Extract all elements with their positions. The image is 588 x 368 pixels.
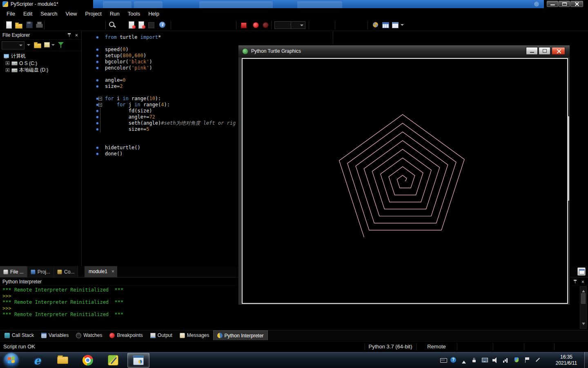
start-button[interactable] [4,353,19,368]
help-icon[interactable] [450,357,457,364]
print-icon[interactable] [35,21,43,29]
panel-tab-co[interactable]: Co... [54,266,78,277]
tree-item-d[interactable]: 本地磁盘 (D:) [0,67,81,74]
code-text[interactable]: bgcolor('black') [105,59,152,65]
tab-close-icon[interactable]: × [111,266,114,277]
editor-tab-module1[interactable]: module1 × [85,266,117,277]
line-marker-dot[interactable] [96,54,99,57]
history-dropdown-icon[interactable] [25,41,32,49]
line-marker-dot[interactable] [96,36,99,39]
engine-combo[interactable] [291,21,305,29]
view-dropdown[interactable] [43,41,56,49]
code-text[interactable]: angle+=72 [105,114,155,120]
taskbar-chrome-button[interactable] [77,353,99,368]
maximize-button[interactable] [559,1,570,7]
code-text[interactable]: done() [105,151,122,157]
window-list-icon[interactable] [577,267,586,276]
menu-view[interactable]: View [62,8,81,19]
menu-project[interactable]: Project [81,8,106,19]
check-syntax-icon[interactable] [127,21,136,29]
menu-tools[interactable]: Tools [124,8,144,19]
panel-tab-proj[interactable]: Proj... [27,266,54,277]
show-desktop-button[interactable] [584,352,588,368]
line-marker-dot[interactable] [96,153,99,155]
bottom-tab-variables[interactable]: Variables [38,330,72,340]
line-marker-dot[interactable] [96,116,99,119]
pin-icon[interactable] [67,33,71,37]
code-text[interactable]: setup(800,600) [105,53,146,59]
panel-close-icon[interactable]: × [581,278,584,285]
line-marker-dot[interactable] [96,67,99,70]
new-file-icon[interactable] [5,21,13,29]
code-text[interactable]: for j in range(4): [105,102,170,108]
menu-run[interactable]: Run [106,8,124,19]
expand-icon[interactable] [6,68,9,72]
open-folder-icon[interactable] [33,40,42,49]
path-combo[interactable] [2,41,24,49]
security-shield-icon[interactable] [513,357,520,364]
layout-dropdown-icon[interactable] [399,21,407,29]
line-marker-dot[interactable] [96,85,99,88]
run-script-icon[interactable] [137,21,145,29]
code-text[interactable]: seth(angle)#seth为绝对角度 left or rig [105,120,236,126]
expand-icon[interactable] [6,61,9,65]
fold-collapse-icon[interactable] [98,97,102,101]
console-scrollbar[interactable] [580,286,587,329]
menu-help[interactable]: Help [144,8,163,19]
show-hidden-icons-icon[interactable] [461,357,467,364]
taskbar-internet-explorer-button[interactable]: e [26,353,48,368]
window-layout-icon[interactable] [391,21,399,29]
panel-close-icon[interactable]: × [75,32,78,38]
code-text[interactable]: angle=0 [105,77,126,83]
save-file-icon[interactable] [25,21,33,29]
toggle-breakpoint-icon[interactable] [252,21,260,29]
bottom-tab-watches[interactable]: Watches [72,330,106,340]
code-text[interactable]: pencolor('pink') [105,65,152,71]
panel-tab-file[interactable]: File ... [0,266,27,277]
taskbar-python-turtle-button[interactable] [127,353,149,368]
filter-icon[interactable] [57,41,65,49]
info-icon[interactable] [158,21,167,29]
line-marker-dot[interactable] [96,48,99,51]
close-button[interactable] [570,1,583,7]
line-marker-dot[interactable] [96,110,99,112]
code-text[interactable]: size+=5 [105,126,149,132]
line-marker-dot[interactable] [96,61,99,63]
bottom-tab-output[interactable]: Output [147,330,176,340]
line-marker-dot[interactable] [96,146,99,149]
menu-edit[interactable]: Edit [19,8,36,19]
display-icon[interactable] [481,357,488,364]
turtle-close-button[interactable] [552,47,565,55]
taskbar-pyscripter-button[interactable] [102,353,124,368]
ime-pen-icon[interactable] [535,357,541,364]
network-icon[interactable] [503,357,509,364]
stop-icon[interactable] [239,21,247,29]
code-text[interactable]: from turtle import* [105,34,161,40]
menu-search[interactable]: Search [36,8,61,19]
scroll-up-icon[interactable] [582,288,585,292]
turtle-scrollbar-thumb[interactable] [567,116,569,201]
usb-icon[interactable] [471,357,477,364]
code-text[interactable]: speed(0) [105,47,129,53]
fold-collapse-icon[interactable] [98,103,102,107]
bottom-tab-messages[interactable]: Messages [176,330,213,340]
volume-icon[interactable] [492,357,499,364]
code-text[interactable]: hideturtle() [105,145,140,151]
turtle-window-titlebar[interactable]: Python Turtle Graphics [238,45,570,57]
turtle-maximize-button[interactable] [539,47,550,55]
line-marker-dot[interactable] [96,122,99,125]
table-view-icon[interactable] [381,21,390,29]
scrollbar-thumb[interactable] [581,293,586,304]
taskbar-windows-explorer-button[interactable] [51,353,74,368]
minimize-button[interactable] [547,1,558,7]
tree-item-item[interactable]: 计算机 [0,53,81,60]
code-text[interactable]: fd(size) [105,108,152,114]
code-text[interactable]: for i in range(10): [105,96,161,102]
line-marker-dot[interactable] [96,79,99,82]
clear-breakpoints-icon[interactable] [261,21,270,29]
bottom-tab-breakpoints[interactable]: Breakpoints [106,330,146,340]
scroll-down-icon[interactable] [582,323,585,327]
open-file-icon[interactable] [15,21,23,29]
turtle-minimize-button[interactable] [526,47,538,55]
keyboard-icon[interactable] [440,357,447,364]
